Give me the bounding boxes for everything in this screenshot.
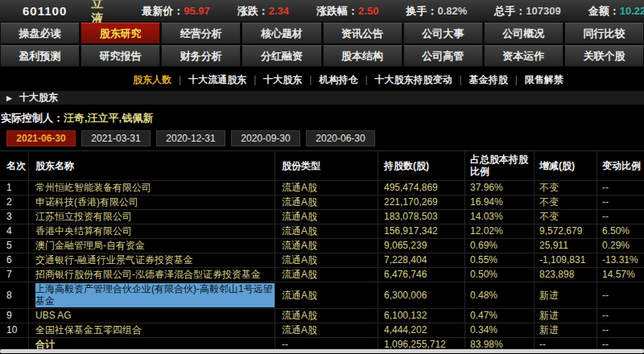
cell-pct: 0.48% bbox=[465, 282, 535, 308]
table-row[interactable]: 9UBS AG流通A股6,100,1320.47%新进-- bbox=[0, 309, 644, 323]
stock-code: 601100 bbox=[23, 4, 67, 18]
subtab-6[interactable]: 限售解禁 bbox=[525, 73, 564, 87]
quote-fields: 最新价：95.97涨跌：2.34涨跌幅：2.50换手：0.82%总手：10730… bbox=[142, 4, 644, 19]
menu-item-2[interactable]: 经营分析 bbox=[161, 23, 241, 44]
cell-pct: 37.96% bbox=[465, 181, 535, 195]
header-shares: 持股数(股) bbox=[378, 151, 465, 180]
cell-change_pct: -- bbox=[597, 196, 644, 209]
quote-field-value: 107309 bbox=[526, 5, 560, 17]
cell-pct: 14.03% bbox=[465, 210, 535, 224]
subtab-1[interactable]: 十大流通股东 bbox=[188, 73, 246, 87]
menu-item-1[interactable]: 股东研究 bbox=[80, 23, 160, 44]
quote-bar: 601100 恒立液压 最新价：95.97涨跌：2.34涨跌幅：2.50换手：0… bbox=[0, 0, 644, 23]
header-pct: 占总股本持股比例 bbox=[465, 151, 535, 180]
subtab-4[interactable]: 十大股东持股变动 bbox=[375, 73, 452, 87]
menu-item-9[interactable]: 研究报告 bbox=[80, 45, 160, 67]
menu-item-0[interactable]: 操盘必读 bbox=[0, 23, 80, 44]
cell-name: UBS AG bbox=[29, 309, 275, 323]
cell-pct: 0.47% bbox=[465, 309, 535, 323]
cell-name: 交通银行-融通行业景气证券投资基金 bbox=[29, 253, 275, 267]
date-tab-0[interactable]: 2021-06-30 bbox=[6, 130, 76, 146]
table-row[interactable]: 8上海高毅资产管理合伙企业(有限合伙)-高毅邻山1号远望基金流通A股6,300,… bbox=[0, 282, 644, 309]
header-change: 增减(股) bbox=[535, 151, 597, 180]
cell-rank: 8 bbox=[0, 282, 29, 308]
table-row[interactable]: 1常州恒屹智能装备有限公司流通A股495,474,86937.96%不变-- bbox=[0, 181, 644, 196]
date-tab-1[interactable]: 2021-03-31 bbox=[81, 130, 151, 146]
cell-shares: 9,065,239 bbox=[378, 239, 465, 253]
table-row[interactable]: 10全国社保基金五零四组合流通A股4,444,2020.34%新进-- bbox=[0, 323, 644, 338]
quote-field-label: 换手： bbox=[406, 5, 437, 17]
bottom-scrollbar[interactable] bbox=[0, 349, 644, 353]
menu-item-8[interactable]: 盈利预测 bbox=[0, 45, 80, 67]
table-row[interactable]: 5澳门金融管理局-自有资金流通A股9,065,2390.69%25,9110.2… bbox=[0, 239, 644, 253]
menu-item-14[interactable]: 资本运作 bbox=[484, 45, 564, 67]
cell-change_pct: 6.50% bbox=[597, 224, 644, 238]
subtab-2[interactable]: 十大股东 bbox=[263, 73, 302, 87]
cell-pct: 0.50% bbox=[465, 268, 535, 282]
menu-grid: 操盘必读股东研究经营分析核心题材资讯公告公司大事公司概况同行比较盈利预测研究报告… bbox=[0, 23, 644, 67]
cell-rank: 1 bbox=[0, 181, 29, 195]
table-row[interactable]: 4香港中央结算有限公司流通A股156,917,34212.02%9,572,67… bbox=[0, 224, 644, 239]
date-tab-2[interactable]: 2020-12-31 bbox=[156, 130, 225, 146]
date-tab-4[interactable]: 2020-06-30 bbox=[306, 130, 375, 146]
table-body: 1常州恒屹智能装备有限公司流通A股495,474,86937.96%不变--2申… bbox=[0, 181, 644, 352]
cell-rank: 5 bbox=[0, 239, 29, 253]
menu-item-4[interactable]: 资讯公告 bbox=[323, 23, 402, 44]
subtab-3[interactable]: 机构持仓 bbox=[319, 73, 357, 87]
controller-label: 实际控制人： bbox=[1, 111, 64, 126]
quote-field-label: 涨跌幅： bbox=[316, 5, 358, 17]
separator: | bbox=[309, 74, 312, 85]
menu-item-11[interactable]: 分红融资 bbox=[242, 45, 321, 67]
subtab-5[interactable]: 基金持股 bbox=[469, 73, 508, 87]
quote-field-label: 总手： bbox=[494, 5, 526, 17]
menu-item-15[interactable]: 关联个股 bbox=[564, 45, 644, 67]
cell-change_pct: -- bbox=[597, 181, 644, 195]
menu-item-7[interactable]: 同行比较 bbox=[564, 23, 644, 44]
cell-type: 流通A股 bbox=[275, 268, 378, 282]
cell-change_pct: 14.57% bbox=[597, 268, 644, 282]
table-row[interactable]: 3江苏恒立投资有限公司流通A股183,078,50314.03%不变-- bbox=[0, 210, 644, 224]
selected-text: 上海高毅资产管理合伙企业(有限合伙)-高毅邻山1号远望基金 bbox=[35, 283, 275, 307]
cell-rank: 7 bbox=[0, 268, 29, 282]
quote-field-label: 金额： bbox=[588, 5, 620, 17]
app-window: 601100 恒立液压 最新价：95.97涨跌：2.34涨跌幅：2.50换手：0… bbox=[0, 0, 644, 354]
table-row[interactable]: 6交通银行-融通行业景气证券投资基金流通A股7,228,4040.55%-1,1… bbox=[0, 253, 644, 268]
menu-item-5[interactable]: 公司大事 bbox=[403, 23, 483, 44]
table-row[interactable]: 2申诺科技(香港)有限公司流通A股221,170,26916.94%不变-- bbox=[0, 196, 644, 210]
cell-change: 25,911 bbox=[535, 239, 597, 253]
date-tab-3[interactable]: 2020-09-30 bbox=[231, 130, 300, 146]
subtab-0[interactable]: 股东人数 bbox=[133, 73, 171, 87]
cell-change: 新进 bbox=[535, 309, 597, 323]
quote-field-3: 换手：0.82% bbox=[406, 4, 467, 19]
cell-change_pct: -- bbox=[597, 309, 644, 323]
quote-field-5: 金额：10.22亿 bbox=[588, 4, 644, 19]
cell-pct: 16.94% bbox=[465, 196, 535, 209]
cell-type: 流通A股 bbox=[275, 323, 378, 337]
separator: | bbox=[515, 74, 518, 85]
cell-change_pct: -- bbox=[597, 323, 644, 337]
cell-type: 流通A股 bbox=[275, 309, 378, 323]
cell-type: 流通A股 bbox=[275, 282, 378, 308]
cell-change_pct: -- bbox=[597, 282, 644, 308]
header-name: 股东名称 bbox=[29, 151, 275, 180]
shareholder-table: 名次 股东名称 股份类型 持股数(股) 占总股本持股比例 增减(股) 变动比例 … bbox=[0, 150, 644, 352]
menu-item-12[interactable]: 股本结构 bbox=[323, 45, 402, 67]
cell-name: 澳门金融管理局-自有资金 bbox=[29, 239, 275, 253]
cell-rank: 10 bbox=[0, 323, 29, 337]
header-rank: 名次 bbox=[0, 151, 29, 180]
quote-field-0: 最新价：95.97 bbox=[142, 4, 210, 19]
cell-shares: 156,917,342 bbox=[378, 224, 465, 238]
menu-item-13[interactable]: 公司高管 bbox=[403, 45, 483, 67]
table-row[interactable]: 7招商银行股份有限公司-泓德睿泽混合型证券投资基金流通A股6,476,7460.… bbox=[0, 268, 644, 282]
triangle-icon: ▶ bbox=[6, 94, 12, 102]
menu-item-10[interactable]: 财务分析 bbox=[161, 45, 241, 67]
menu-item-6[interactable]: 公司概况 bbox=[484, 23, 564, 44]
cell-type: 流通A股 bbox=[275, 253, 378, 267]
menu-item-3[interactable]: 核心题材 bbox=[242, 23, 321, 44]
section-title: 十大股东 bbox=[19, 91, 58, 105]
cell-rank: 2 bbox=[0, 196, 29, 209]
cell-type: 流通A股 bbox=[275, 196, 378, 209]
cell-rank: 4 bbox=[0, 224, 29, 238]
cell-change_pct: 0.29% bbox=[597, 239, 644, 253]
cell-change: 不变 bbox=[535, 210, 597, 224]
